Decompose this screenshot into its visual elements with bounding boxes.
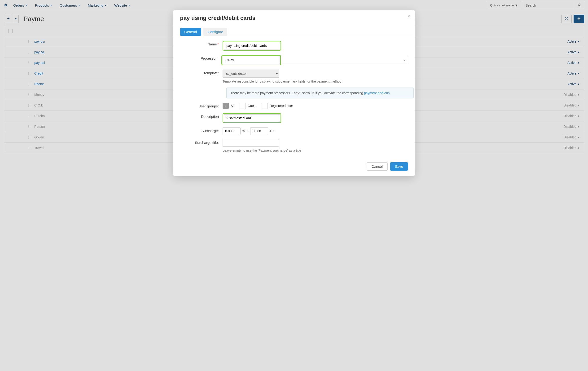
tab-configure[interactable]: Configure: [203, 28, 227, 36]
edit-payment-modal: pay using credit/debit cards × General C…: [173, 10, 415, 157]
surcharge-label: Surcharge:: [180, 127, 222, 133]
modal-tabs: General Configure: [176, 25, 412, 36]
processor-select-dropdown[interactable]: ▼: [280, 56, 408, 64]
template-label: Template:: [180, 70, 222, 75]
surcharge-title-helper: Leave empty to use the 'Payment surcharg…: [222, 148, 408, 152]
surcharge-flat-input[interactable]: [250, 127, 268, 135]
surcharge-flat-unit: £ E: [270, 129, 275, 133]
processor-label: Processor:: [180, 55, 221, 60]
name-input[interactable]: [224, 42, 280, 49]
usergroup-all-checkbox[interactable]: ✓: [222, 103, 229, 109]
chevron-down-icon: ▼: [403, 59, 406, 62]
modal-title: pay using credit/debit cards: [180, 15, 408, 21]
user-groups-label: User groups:: [180, 103, 222, 108]
close-button[interactable]: ×: [407, 13, 410, 19]
usergroup-all-label: All: [231, 104, 234, 108]
description-input[interactable]: [224, 114, 280, 122]
processor-select[interactable]: OPay: [222, 56, 280, 64]
surcharge-title-label: Surcharge title:: [180, 139, 222, 145]
surcharge-percent-unit: % +: [242, 129, 249, 133]
template-helper: Template responsible for displaying supp…: [222, 80, 408, 83]
payment-addons-link[interactable]: payment add-ons: [364, 91, 389, 95]
name-label: Name*: [180, 41, 222, 46]
surcharge-title-input[interactable]: [222, 139, 279, 147]
tab-general[interactable]: General: [180, 28, 201, 36]
usergroup-registered-label: Registered user: [270, 104, 293, 108]
usergroup-guest-label: Guest: [248, 104, 256, 108]
usergroup-guest-checkbox[interactable]: [240, 103, 246, 109]
surcharge-percent-input[interactable]: [222, 127, 241, 135]
description-label: Description: [180, 113, 222, 118]
template-select[interactable]: cc_outside.tpl: [222, 70, 279, 78]
usergroup-registered-checkbox[interactable]: [262, 103, 268, 109]
processor-info: There may be more payment processors. Th…: [226, 87, 414, 98]
